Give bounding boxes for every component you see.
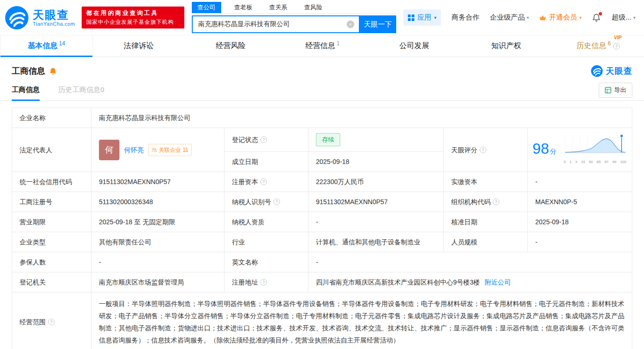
enterprise-product-label: 企业级产品 bbox=[490, 13, 525, 22]
table-row: 营业期限 2025-09-18 至 无固定期限 纳税人资质 - 核准日期 202… bbox=[12, 212, 632, 232]
open-vip-label: 开通会员 bbox=[549, 13, 577, 22]
english-name-value: - bbox=[308, 252, 632, 272]
header: 天眼查 TianYanCha.com 都在用的商业查询工具 国家中小企业发展子基… bbox=[0, 0, 644, 35]
business-term-value: 2025-09-18 至 无固定期限 bbox=[91, 212, 224, 232]
tab-operating-risk[interactable]: 经营风险 bbox=[185, 36, 277, 57]
reg-authority-value: 南充市顺庆区市场监督管理局 bbox=[91, 272, 224, 292]
help-icon[interactable]: ? bbox=[493, 199, 499, 205]
clear-icon[interactable]: × bbox=[347, 21, 354, 28]
subtab-business-info[interactable]: 工商信息 bbox=[12, 79, 40, 100]
help-icon[interactable]: ? bbox=[48, 319, 55, 325]
taxpayer-id-value: 91511302MAEXNN0P57 bbox=[308, 192, 444, 212]
vip-badge: VIP bbox=[614, 35, 622, 40]
reg-address-label: 注册地址? bbox=[224, 272, 308, 292]
related-companies-label: 关联企业 11 bbox=[159, 145, 189, 155]
super-vip-link[interactable]: 超级... ▾ bbox=[611, 13, 636, 22]
score-label: 天眼评分? bbox=[444, 128, 528, 172]
help-icon[interactable]: ? bbox=[273, 199, 280, 205]
help-icon[interactable]: ? bbox=[613, 43, 620, 50]
search-tab-company[interactable]: 查公司 bbox=[192, 2, 221, 13]
subtab-history-business-info[interactable]: 历史工商信息0 bbox=[58, 79, 104, 100]
tab-company-development[interactable]: 公司发展 bbox=[368, 36, 460, 57]
industry-label: 行业 bbox=[224, 232, 308, 252]
taxpayer-quality-label: 纳税人资质 bbox=[224, 212, 308, 232]
tab-count: 14 bbox=[59, 40, 65, 47]
export-label: 导出 bbox=[614, 86, 626, 94]
business-scope-label: 经营范围? bbox=[12, 292, 91, 349]
insured-count-value: - bbox=[91, 252, 224, 272]
logo-text: 天眼查 TianYanCha.com bbox=[33, 9, 75, 27]
reg-authority-label: 登记机关 bbox=[12, 272, 91, 292]
legal-rep-link[interactable]: 何怀亮 bbox=[124, 145, 144, 155]
taxpayer-id-label: 纳税人识别号? bbox=[224, 192, 308, 212]
establish-date-value: 2025-09-18 bbox=[308, 152, 444, 172]
search-input[interactable] bbox=[193, 21, 347, 28]
tab-history-info[interactable]: 历史信息 6 ? VIP bbox=[552, 36, 644, 57]
avatar[interactable]: 何 bbox=[99, 140, 119, 160]
table-row: 登记机关 南充市顺庆区市场监督管理局 注册地址? 四川省南充市顺庆区高新技术产业… bbox=[12, 272, 632, 292]
tab-label: 基本信息 bbox=[28, 41, 57, 51]
help-icon[interactable]: ? bbox=[260, 279, 267, 285]
search-button[interactable]: 天眼一下 bbox=[360, 15, 396, 33]
brand-text: 天眼查 bbox=[606, 65, 632, 77]
crown-icon bbox=[539, 14, 546, 21]
help-icon[interactable]: ? bbox=[260, 136, 267, 143]
chevron-down-icon: ▾ bbox=[633, 15, 636, 20]
tab-label: 公司发展 bbox=[399, 41, 429, 51]
search-area: 查公司 查老板 查关系 查风险 × 天眼一下 bbox=[192, 2, 396, 33]
industry-value: 计算机、通信和其他电子设备制造业 bbox=[308, 232, 444, 252]
credit-code-value: 91511302MAEXNN0P57 bbox=[91, 172, 224, 192]
table-row: 法定代表人 何 何怀亮 关联企业 11 bbox=[12, 128, 632, 152]
score-cell: 98分 bbox=[528, 128, 632, 172]
tab-label: 经营信息 bbox=[305, 41, 335, 51]
business-term-label: 营业期限 bbox=[12, 212, 91, 232]
chevron-down-icon: ▾ bbox=[434, 15, 436, 20]
search-tabs: 查公司 查老板 查关系 查风险 bbox=[192, 2, 396, 14]
tianyancha-logo[interactable]: 天眼查 TianYanCha.com bbox=[5, 6, 75, 30]
nearby-companies-link[interactable]: 附近公司 bbox=[485, 278, 511, 286]
taxpayer-quality-value: - bbox=[308, 212, 444, 232]
table-row: 经营范围? 一般项目：半导体照明器件制造；半导体照明器件销售；半导体器件专用设备… bbox=[12, 292, 632, 349]
help-icon[interactable]: ? bbox=[260, 178, 267, 185]
tab-intellectual-property[interactable]: 知识产权 bbox=[460, 36, 552, 57]
chevron-down-icon: ▾ bbox=[579, 15, 581, 20]
business-info-table: 企业名称 南充惠科芯晶显示科技有限公司 法定代表人 何 何怀亮 关 bbox=[12, 107, 632, 349]
notification-dot bbox=[599, 12, 602, 15]
export-button[interactable]: 导出 bbox=[599, 83, 632, 98]
super-vip-label: 超级... bbox=[611, 13, 631, 22]
tab-operating-info[interactable]: 经营信息 1 bbox=[277, 36, 369, 57]
company-name-label: 企业名称 bbox=[12, 108, 91, 128]
apps-button[interactable]: 应用 ▾ bbox=[403, 9, 441, 26]
reg-address-value: 四川省南充市顺庆区高新技术产业园区科创中心9号楼3楼附近公司 bbox=[308, 272, 632, 292]
tab-label: 经营风险 bbox=[216, 41, 245, 51]
monitor-bell-icon[interactable] bbox=[49, 67, 57, 75]
org-code-label: 组织机构代码? bbox=[444, 192, 528, 212]
business-cooperation-link[interactable]: 商务合作 bbox=[451, 13, 479, 22]
grid-icon bbox=[408, 14, 414, 21]
logo-title: 天眼查 bbox=[33, 9, 75, 21]
table-row: 统一社会信用代码 91511302MAEXNN0P57 注册资本? 222300… bbox=[12, 172, 632, 192]
table-row: 企业类型 其他有限责任公司 行业 计算机、通信和其他电子设备制造业 人员规模 - bbox=[12, 232, 632, 252]
open-vip-link[interactable]: 开通会员 ▾ bbox=[539, 13, 581, 22]
tab-basic-info[interactable]: 基本信息 14 bbox=[0, 36, 93, 57]
tab-label: 历史信息 bbox=[576, 41, 606, 51]
reg-status-label: 登记状态? bbox=[224, 128, 308, 152]
related-companies-badge[interactable]: 关联企业 11 bbox=[148, 144, 192, 156]
score-axis: 01 315 5085 9799 100 bbox=[564, 157, 626, 167]
approval-date-value: 2025-09-18 bbox=[528, 212, 632, 232]
enterprise-product-link[interactable]: 企业级产品 ▾ bbox=[490, 13, 529, 22]
search-tab-relation[interactable]: 查关系 bbox=[266, 2, 291, 13]
help-icon[interactable]: ? bbox=[480, 147, 486, 153]
company-type-value: 其他有限责任公司 bbox=[91, 232, 224, 252]
tab-legal-proceedings[interactable]: 法律诉讼 bbox=[93, 36, 185, 57]
section-title: 工商信息 bbox=[12, 65, 45, 77]
header-right: 应用 ▾ 商务合作 企业级产品 ▾ 开通会员 ▾ bbox=[403, 9, 636, 26]
tab-label: 知识产权 bbox=[491, 41, 521, 51]
search-tab-boss[interactable]: 查老板 bbox=[231, 2, 256, 13]
notification-bell[interactable] bbox=[592, 13, 601, 22]
paid-capital-value: - bbox=[528, 172, 632, 192]
search-tab-risk[interactable]: 查风险 bbox=[301, 2, 326, 13]
table-row: 企业名称 南充惠科芯晶显示科技有限公司 bbox=[12, 108, 632, 128]
credit-code-label: 统一社会信用代码 bbox=[12, 172, 91, 192]
insured-count-label: 参保人数 bbox=[12, 252, 91, 272]
